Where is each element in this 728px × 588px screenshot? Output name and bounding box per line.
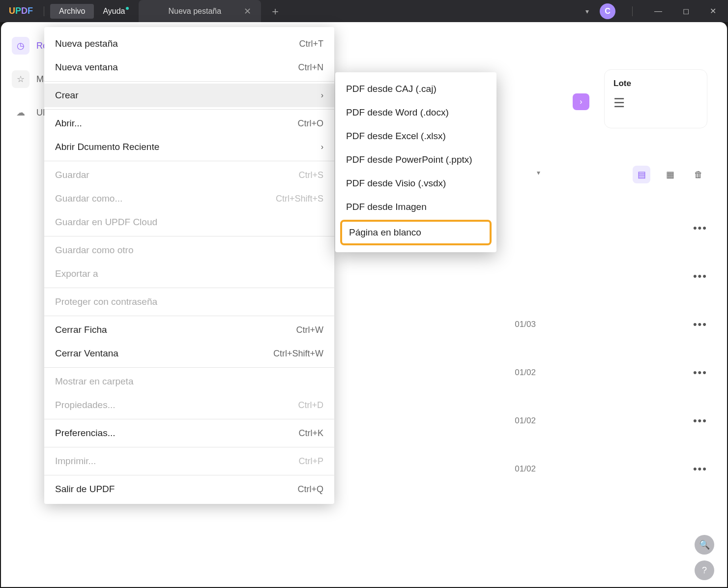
menu-shortcut: Ctrl+S [298,170,323,180]
avatar[interactable]: C [600,3,615,19]
submenu-item-caj[interactable]: PDF desde CAJ (.caj) [335,77,496,101]
maximize-icon[interactable]: ◻ [678,3,694,19]
menu-shortcut: Ctrl+D [298,400,323,411]
more-icon[interactable]: ••• [693,318,707,331]
menu-shortcut: Ctrl+W [296,325,324,335]
menu-item-new-tab[interactable]: Nueva pestañaCtrl+T [44,32,334,56]
search-icon: 🔍 [699,539,710,550]
search-fab[interactable]: 🔍 [695,535,714,555]
submenu-item-visio[interactable]: PDF desde Visio (.vsdx) [335,172,496,195]
menu-separator [44,475,334,475]
menu-item-close-tab[interactable]: Cerrar FichaCtrl+W [44,318,334,342]
menu-item-export: Exportar a [44,262,334,286]
stack-icon: ☰ [613,95,698,111]
menu-item-label: Propiedades... [55,400,116,411]
menu-separator [44,236,334,236]
menu-help[interactable]: Ayuda [94,4,134,19]
more-icon[interactable]: ••• [693,222,707,235]
menu-item-show-folder: Mostrar en carpeta [44,370,334,393]
menu-item-save-other: Guardar como otro [44,238,334,262]
menu-shortcut: Ctrl+Q [297,484,323,495]
menu-help-label: Ayuda [103,7,125,15]
close-window-icon[interactable]: ✕ [705,3,721,19]
menu-shortcut: Ctrl+Shift+S [276,194,323,204]
chevron-right-icon: › [321,91,323,100]
create-submenu: PDF desde CAJ (.caj) PDF desde Word (.do… [335,72,496,252]
menu-item-label: Exportar a [55,268,98,279]
menu-item-label: Guardar [55,170,89,180]
titlebar: UPDF Archivo Ayuda Nueva pestaña ✕ ＋ ▾ C… [0,0,728,22]
menu-item-preferences[interactable]: Preferencias...Ctrl+K [44,421,334,445]
list-item[interactable]: ••• [345,252,707,300]
divider [44,6,44,16]
help-icon: ? [702,565,707,576]
menu-item-label: Preferencias... [55,428,116,439]
logo-p: P [15,6,21,16]
submenu-item-excel[interactable]: PDF desde Excel (.xlsx) [335,124,496,148]
menu-item-label: Crear [55,90,79,101]
menu-item-label: Salir de UPDF [55,484,115,495]
tab-new[interactable]: Nueva pestaña ✕ [139,0,261,22]
grid-view-icon[interactable]: ▦ [661,166,679,183]
close-icon[interactable]: ✕ [241,5,254,18]
submenu-item-powerpoint[interactable]: PDF desde PowerPoint (.pptx) [335,148,496,172]
menu-item-quit[interactable]: Salir de UPDFCtrl+Q [44,477,334,501]
menu-item-properties: Propiedades...Ctrl+D [44,393,334,417]
menu-item-label: Guardar como... [55,193,122,204]
logo-f: F [28,6,33,16]
menu-item-label: Cerrar Ficha [55,324,107,335]
chevron-right-icon: › [321,143,323,151]
new-tab-button[interactable]: ＋ [261,4,290,19]
sort-dropdown-icon[interactable]: ▾ [537,169,540,176]
minimize-icon[interactable]: — [649,4,667,19]
menu-separator [44,288,334,288]
clock-icon: ◷ [12,37,29,55]
menu-item-print: Imprimir...Ctrl+P [44,449,334,473]
list-item[interactable]: 01/02••• [345,445,707,493]
menu-separator [44,316,334,316]
menu-item-label: Abrir Dcumento Reciente [55,142,159,152]
menu-item-label: Nueva pestaña [55,38,118,49]
menu-item-new-window[interactable]: Nueva ventanaCtrl+N [44,56,334,79]
tab-label: Nueva pestaña [168,7,221,16]
list-item[interactable]: 01/02••• [345,397,707,445]
menu-item-create[interactable]: Crear› [44,84,334,107]
app-body: ◷ Recie ☆ Marc ☁ UPD › Lote ☰ ▾ ▤ ▦ 🗑 ••… [1,22,727,587]
list-item[interactable]: 01/03••• [345,300,707,349]
list-item[interactable]: 01/02••• [345,349,707,397]
card-batch[interactable]: Lote ☰ [604,69,707,128]
help-fab[interactable]: ? [695,560,714,580]
more-icon[interactable]: ••• [693,366,707,379]
more-icon[interactable]: ••• [693,463,707,475]
submenu-item-image[interactable]: PDF desde Imagen [335,195,496,219]
submenu-item-blank-page[interactable]: Página en blanco [340,220,492,245]
menu-item-close-window[interactable]: Cerrar VentanaCtrl+Shift+W [44,342,334,365]
menu-item-open[interactable]: Abrir...Ctrl+O [44,112,334,135]
menu-item-save-as: Guardar como...Ctrl+Shift+S [44,187,334,210]
logo-d: D [21,6,28,16]
menu-shortcut: Ctrl+T [299,39,324,49]
menu-item-save-cloud: Guardar en UPDF Cloud [44,210,334,234]
more-icon[interactable]: ••• [693,414,707,427]
more-icon[interactable]: ••• [693,270,707,283]
menu-item-save: GuardarCtrl+S [44,163,334,187]
menu-file[interactable]: Archivo [50,4,94,19]
divider [632,6,633,16]
cloud-icon: ☁ [12,104,29,121]
chevron-down-icon[interactable]: ▾ [585,7,589,15]
submenu-item-word[interactable]: PDF desde Word (.docx) [335,101,496,124]
logo-u: U [9,6,15,16]
list-view-icon[interactable]: ▤ [633,166,650,183]
menu-item-label: Mostrar en carpeta [55,376,133,387]
card-arrow-button[interactable]: › [573,93,589,110]
file-date: 01/02 [515,464,536,474]
menu-item-label: Guardar en UPDF Cloud [55,217,157,228]
file-date: 01/02 [515,416,536,426]
menu-item-label: Abrir... [55,118,82,129]
menu-item-label: Nueva ventana [55,62,118,73]
star-icon: ☆ [12,70,29,88]
file-date: 01/03 [515,320,536,329]
menu-item-open-recent[interactable]: Abrir Dcumento Reciente› [44,135,334,159]
trash-icon[interactable]: 🗑 [690,166,707,183]
app-logo: UPDF [4,6,38,16]
